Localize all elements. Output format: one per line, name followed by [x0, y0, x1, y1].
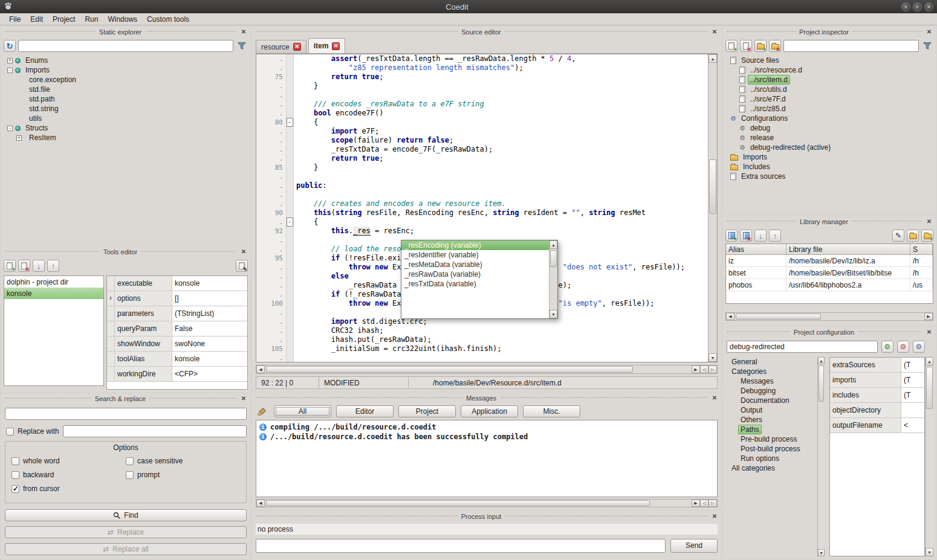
property-row[interactable]: showWindow swoNone [107, 336, 247, 352]
tree-item[interactable]: debug-redirected (active) [728, 143, 933, 152]
scroll-up-icon[interactable]: ▲ [926, 357, 933, 365]
close-button[interactable]: ✕ [924, 2, 933, 11]
option-checkbox[interactable] [126, 457, 134, 465]
expander-icon[interactable]: + [16, 135, 22, 141]
scroll-down-icon[interactable]: ▼ [926, 548, 933, 556]
configuration-selector[interactable]: debug-redirected [727, 341, 878, 353]
fold-marker-icon[interactable] [287, 245, 294, 254]
tree-item[interactable]: + Enums [5, 56, 247, 65]
scroll-up-icon[interactable]: ▲ [818, 357, 825, 364]
tool-list-item[interactable]: dolphin - project dir [4, 276, 103, 288]
replace-with-checkbox[interactable] [6, 428, 14, 436]
close-icon[interactable]: ✕ [240, 28, 247, 35]
expander-icon[interactable]: - [7, 68, 13, 73]
option-item[interactable]: backward [11, 471, 126, 479]
replace-button[interactable]: ⇄ Replace [5, 526, 247, 538]
close-icon[interactable]: ✕ [240, 248, 247, 255]
column-header[interactable]: S [910, 244, 933, 254]
close-icon[interactable]: ✕ [711, 28, 718, 35]
fold-marker-icon[interactable] [287, 127, 294, 136]
fold-marker-icon[interactable] [287, 154, 294, 163]
tree-item[interactable]: utils [5, 114, 247, 123]
property-row[interactable]: extraSources (T [830, 358, 924, 373]
replace-term-combo[interactable] [63, 425, 247, 437]
tree-item[interactable]: std.string [5, 104, 247, 114]
close-icon[interactable]: ✕ [711, 513, 718, 520]
close-icon[interactable]: ✕ [926, 329, 933, 335]
scroll-down-icon[interactable]: ▼ [818, 549, 825, 556]
property-row[interactable]: parameters (TStringList) [107, 306, 247, 321]
fold-marker-icon[interactable] [287, 290, 294, 299]
expander-icon[interactable]: + [7, 58, 13, 63]
remove-source-button[interactable]: ✕ [740, 40, 752, 52]
category-item[interactable]: Others [727, 415, 817, 425]
category-item[interactable]: Output [727, 405, 817, 415]
fold-marker-icon[interactable] [287, 263, 294, 272]
edit-library-button[interactable]: ✎ [892, 230, 904, 242]
add-folder-button[interactable]: + [754, 40, 767, 52]
option-checkbox[interactable] [126, 471, 134, 479]
category-item[interactable]: Pre-build process [727, 434, 817, 444]
category-item[interactable]: General [727, 357, 817, 367]
editor-hscrollbar[interactable]: ◀ ▶ ◁ ▷ [256, 365, 718, 374]
property-value[interactable]: konsole [172, 276, 247, 291]
fold-marker-icon[interactable] [287, 100, 294, 109]
fold-marker-icon[interactable] [287, 91, 294, 100]
search-term-combo[interactable] [5, 408, 247, 420]
close-icon[interactable]: ✕ [926, 28, 933, 35]
option-item[interactable]: prompt [126, 471, 240, 479]
clone-configuration-button[interactable]: ⚙ [897, 341, 909, 353]
code-area[interactable]: . assert(_resTxtData.length == _resRawDa… [256, 54, 708, 362]
fold-marker-icon[interactable] [287, 190, 294, 199]
tree-item[interactable]: - Structs [5, 123, 247, 133]
sync-configuration-button[interactable]: ⚙ [881, 341, 893, 353]
remove-library-button[interactable]: ✕ [740, 230, 752, 242]
message-filter-button[interactable]: Misc. [523, 405, 580, 417]
tree-item[interactable]: + ResItem [5, 133, 247, 143]
add-tool-button[interactable]: + [4, 260, 16, 272]
property-value[interactable]: (TStringList) [172, 306, 247, 321]
property-value[interactable]: konsole [172, 352, 247, 366]
move-tool-up-button[interactable]: ↑ [47, 260, 59, 272]
tree-item[interactable]: std.file [5, 85, 247, 94]
tree-item[interactable]: ../src/utils.d [728, 85, 933, 94]
fold-marker-icon[interactable] [287, 317, 294, 326]
library-hscrollbar[interactable]: ◀ ▶ [725, 312, 933, 321]
column-header[interactable]: Alias [726, 244, 786, 254]
move-library-up-button[interactable]: ↑ [769, 230, 781, 242]
shade-button[interactable]: ∨ [901, 2, 910, 11]
add-library-folder-button[interactable]: + [921, 230, 933, 242]
close-icon[interactable]: ✕ [240, 395, 247, 402]
property-row[interactable]: includes (T [830, 388, 924, 403]
filter-icon[interactable] [236, 40, 248, 52]
scroll-right-icon[interactable]: ▶ [924, 313, 933, 320]
option-checkbox[interactable] [11, 457, 19, 465]
fold-marker-icon[interactable] [287, 335, 294, 344]
find-button[interactable]: Find [5, 509, 247, 521]
close-icon[interactable]: ✕ [926, 218, 933, 225]
fold-marker-icon[interactable] [287, 199, 294, 208]
tree-item[interactable]: core.exception [5, 75, 247, 85]
editor-tab[interactable]: resource ✕ [256, 40, 306, 53]
fold-marker-icon[interactable]: - [287, 118, 294, 127]
tree-item[interactable]: Includes [728, 162, 933, 172]
add-library-button[interactable]: + [725, 230, 738, 242]
remove-tool-button[interactable]: ✕ [18, 260, 30, 272]
property-row[interactable]: outputFilename < [830, 418, 924, 433]
replace-all-button[interactable]: ⇄ Replace all [5, 543, 247, 555]
property-value[interactable]: False [172, 321, 247, 336]
tree-item[interactable]: Configurations [728, 114, 933, 123]
tree-item[interactable]: release [728, 133, 933, 143]
scroll-up-icon[interactable]: ▲ [708, 54, 717, 63]
tree-item[interactable]: Imports [728, 152, 933, 162]
category-item[interactable]: Categories [727, 367, 817, 376]
fold-marker-icon[interactable] [287, 208, 294, 217]
message-row[interactable]: i /.../build/resource.d.coedit has been … [258, 432, 716, 442]
property-value[interactable]: [] [172, 291, 247, 306]
message-filter-button[interactable]: All [274, 405, 331, 417]
tree-item[interactable]: std.path [5, 94, 247, 104]
category-item[interactable]: Debugging [727, 386, 817, 396]
filter-icon[interactable] [921, 40, 933, 52]
message-filter-button[interactable]: Editor [336, 405, 394, 417]
remove-folder-button[interactable]: ✕ [769, 40, 781, 52]
